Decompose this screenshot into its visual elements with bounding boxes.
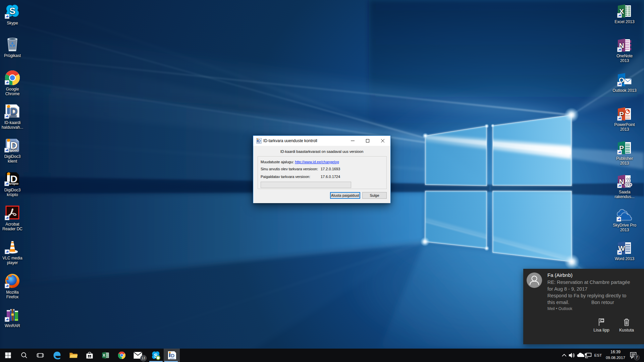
svg-text:updater: updater xyxy=(169,358,175,359)
svg-text:utiliit: utiliit xyxy=(9,114,17,118)
svg-text:X: X xyxy=(103,353,105,357)
svg-text:updater: updater xyxy=(257,142,261,143)
svg-text:S: S xyxy=(9,6,15,16)
svg-text:krüpto: krüpto xyxy=(9,182,19,185)
